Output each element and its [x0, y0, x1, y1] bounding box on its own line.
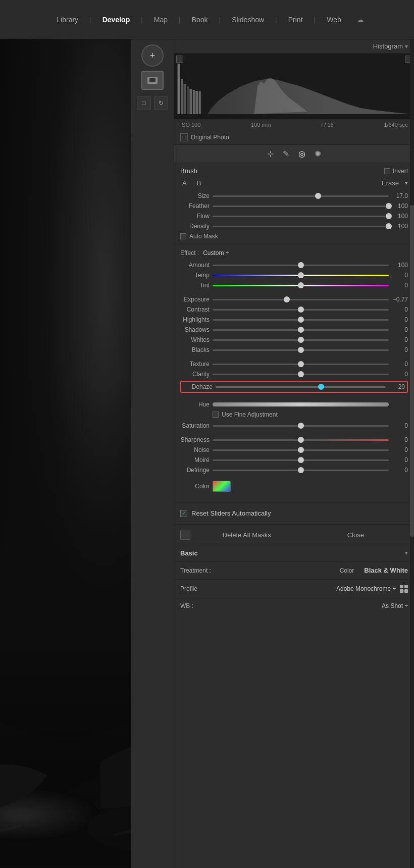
flow-value: 100 — [392, 213, 408, 220]
wb-value[interactable]: As Shot ÷ — [382, 602, 408, 609]
mask-icon[interactable] — [141, 71, 164, 90]
sharpness-thumb[interactable] — [298, 437, 304, 443]
dehaze-thumb[interactable] — [318, 384, 324, 390]
moire-thumb[interactable] — [298, 457, 304, 463]
highlights-value: 0 — [392, 316, 408, 323]
scroll-thumb[interactable] — [410, 205, 414, 536]
size-thumb[interactable] — [315, 193, 321, 199]
nav-book[interactable]: Book — [186, 14, 214, 26]
blacks-thumb[interactable] — [298, 347, 304, 353]
mask-list-icon[interactable] — [180, 530, 190, 540]
shadows-thumb[interactable] — [298, 327, 304, 333]
noise-thumb[interactable] — [298, 447, 304, 453]
blacks-value: 0 — [392, 346, 408, 353]
tint-thumb[interactable] — [298, 282, 304, 288]
density-thumb[interactable] — [386, 223, 392, 229]
density-slider[interactable] — [213, 226, 389, 227]
invert-checkbox[interactable] — [384, 168, 390, 174]
add-button[interactable]: + — [141, 44, 164, 67]
tint-slider[interactable] — [213, 285, 389, 286]
basic-dropdown-icon[interactable]: ▾ — [405, 550, 408, 556]
whites-slider[interactable] — [213, 339, 389, 341]
settings-tool-icon[interactable]: ✺ — [315, 149, 321, 159]
nav-web[interactable]: Web — [321, 14, 347, 26]
color-label: Color — [180, 483, 210, 490]
hue-slider[interactable] — [213, 402, 389, 406]
defringe-slider[interactable] — [213, 470, 389, 471]
cloud-icon[interactable]: ☁ — [357, 16, 364, 23]
erase-button[interactable]: Erase — [382, 179, 399, 187]
fine-adj-checkbox[interactable] — [213, 412, 219, 418]
small-icon-left[interactable]: □ — [137, 96, 151, 110]
amount-slider[interactable] — [213, 265, 389, 266]
flow-thumb[interactable] — [386, 213, 392, 219]
exposure-thumb[interactable] — [284, 296, 290, 302]
highlights-thumb[interactable] — [298, 317, 304, 323]
highlights-slider[interactable] — [213, 319, 389, 321]
nav-develop[interactable]: Develop — [96, 14, 136, 26]
profile-label: Profile — [180, 585, 197, 592]
brush-header: Brush Invert — [180, 167, 408, 175]
nav-print[interactable]: Print — [282, 14, 309, 26]
saturation-thumb[interactable] — [298, 423, 304, 429]
shadows-slider[interactable] — [213, 329, 389, 331]
exposure-slider[interactable] — [213, 299, 389, 300]
saturation-value: 0 — [392, 422, 408, 429]
texture-slider[interactable] — [213, 364, 389, 365]
color-swatch[interactable] — [213, 481, 231, 492]
moire-slider[interactable] — [213, 459, 389, 461]
clarity-slider[interactable] — [213, 374, 389, 375]
highlights-label: Highlights — [180, 316, 210, 323]
clarity-thumb[interactable] — [298, 371, 304, 377]
histogram-corner-tl — [176, 56, 183, 63]
temp-slider[interactable] — [213, 275, 389, 276]
effect-value[interactable]: Custom ÷ — [203, 249, 229, 257]
exposure-slider-row: Exposure −0.77 — [180, 296, 408, 303]
feather-slider[interactable] — [213, 206, 389, 207]
brush-b-button[interactable]: B — [195, 179, 203, 187]
delete-all-masks-button[interactable]: Delete All Masks — [194, 531, 299, 539]
amount-thumb[interactable] — [298, 262, 304, 268]
mask-tool-icon[interactable]: ◎ — [298, 149, 305, 159]
heal-tool-icon[interactable]: ✎ — [283, 149, 289, 159]
brush-section: Brush Invert A B Erase ▾ Size 17.0 Feath… — [174, 163, 414, 244]
whites-thumb[interactable] — [298, 337, 304, 343]
close-button[interactable]: Close — [303, 531, 408, 539]
reset-checkbox[interactable]: ✓ — [180, 510, 187, 517]
nav-library[interactable]: Library — [50, 14, 84, 26]
profile-value[interactable]: Adobe Monochrome ÷ — [336, 585, 396, 592]
size-slider[interactable] — [213, 195, 389, 197]
contrast-thumb[interactable] — [298, 307, 304, 313]
crop-tool-icon[interactable]: ⊹ — [267, 149, 274, 159]
exif-focal: 100 mm — [251, 122, 271, 128]
blacks-slider[interactable] — [213, 349, 389, 351]
saturation-slider[interactable] — [213, 425, 389, 427]
small-icon-right[interactable]: ↻ — [154, 96, 168, 110]
noise-slider[interactable] — [213, 449, 389, 451]
contrast-slider[interactable] — [213, 309, 389, 311]
dehaze-slider[interactable] — [216, 386, 386, 388]
basic-section-header[interactable]: Basic ▾ — [174, 545, 414, 561]
nav-slideshow[interactable]: Slideshow — [226, 14, 270, 26]
histogram-dropdown-icon[interactable]: ▾ — [405, 43, 408, 50]
svg-rect-3 — [149, 78, 156, 82]
blacks-label: Blacks — [180, 346, 210, 353]
texture-thumb[interactable] — [298, 361, 304, 367]
contrast-slider-row: Contrast 0 — [180, 306, 408, 313]
density-slider-row: Density 100 — [180, 223, 408, 230]
temp-thumb[interactable] — [298, 272, 304, 278]
nav-map[interactable]: Map — [148, 14, 174, 26]
treatment-color-option[interactable]: Color — [340, 567, 354, 574]
feather-thumb[interactable] — [386, 203, 392, 209]
profile-grid-icon[interactable] — [400, 585, 408, 593]
sharpness-slider[interactable] — [213, 439, 389, 441]
brush-a-button[interactable]: A — [180, 179, 189, 187]
flow-slider[interactable] — [213, 216, 389, 217]
histogram-header: Histogram ▾ — [174, 39, 414, 54]
defringe-thumb[interactable] — [298, 467, 304, 473]
brush-label: Brush — [180, 167, 197, 175]
scrollbar[interactable] — [410, 39, 414, 868]
auto-mask-checkbox[interactable] — [180, 233, 186, 239]
erase-dropdown-icon[interactable]: ▾ — [405, 180, 408, 186]
treatment-bw-option[interactable]: Black & White — [364, 567, 408, 574]
